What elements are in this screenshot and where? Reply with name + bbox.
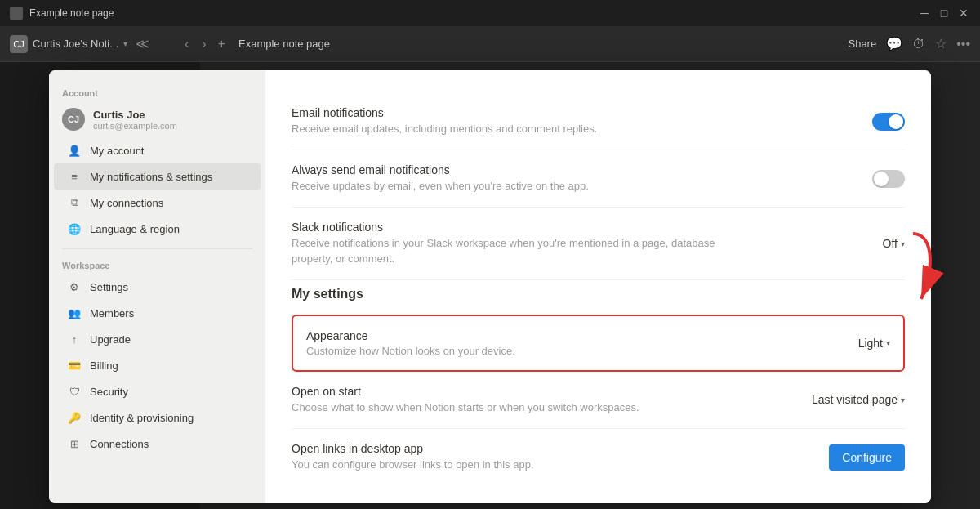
connections-icon: ⧉ xyxy=(67,195,82,210)
billing-icon: 💳 xyxy=(67,358,82,373)
email-notifications-desc: Receive email updates, including mention… xyxy=(292,122,749,136)
sidebar-item-label: Language & region xyxy=(90,223,180,235)
more-icon[interactable]: ••• xyxy=(956,37,970,51)
sidebar-divider xyxy=(62,248,252,249)
email-notifications-toggle[interactable] xyxy=(872,113,905,131)
workspace-chevron-icon: ▾ xyxy=(123,39,127,48)
language-icon: 🌐 xyxy=(67,221,82,236)
open-links-desc: You can configure browser links to open … xyxy=(292,458,749,472)
workspace-section-label: Workspace xyxy=(49,256,265,274)
sidebar-item-members[interactable]: 👥 Members xyxy=(54,300,261,326)
sidebar-item-label: My notifications & settings xyxy=(90,171,212,183)
settings-icon: ⚙ xyxy=(67,279,82,294)
sidebar-item-label: Upgrade xyxy=(90,333,131,346)
comment-icon[interactable]: 💬 xyxy=(886,36,902,51)
modal-content: Email notifications Receive email update… xyxy=(265,70,931,503)
configure-button[interactable]: Configure xyxy=(829,444,905,471)
slack-dropdown-value: Off xyxy=(883,237,898,250)
user-profile-item[interactable]: CJ Curtis Joe curtis@example.com xyxy=(49,101,265,137)
workspace-avatar: CJ xyxy=(10,35,28,53)
open-links-label: Open links in desktop app xyxy=(292,442,813,455)
sidebar-item-label: My connections xyxy=(90,197,163,209)
appbar: CJ Curtis Joe's Noti... ▾ ≪ ‹ › + Exampl… xyxy=(0,26,980,62)
my-account-icon: 👤 xyxy=(67,143,82,158)
open-links-row: Open links in desktop app You can config… xyxy=(292,429,905,485)
titlebar-title: Example note page xyxy=(29,7,911,19)
my-settings-title: My settings xyxy=(292,287,905,301)
sidebar-item-label: Settings xyxy=(90,281,128,293)
main-layout: Account CJ Curtis Joe curtis@example.com… xyxy=(0,62,980,509)
slack-dropdown-chevron-icon: ▾ xyxy=(901,239,905,248)
appearance-dropdown[interactable]: Light ▾ xyxy=(858,337,890,350)
user-email: curtis@example.com xyxy=(93,121,252,131)
appearance-value: Light xyxy=(858,337,883,350)
modal-overlay: Account CJ Curtis Joe curtis@example.com… xyxy=(0,62,980,509)
slack-notifications-row: Slack notifications Receive notification… xyxy=(292,208,905,279)
always-send-email-desc: Receive updates by email, even when you'… xyxy=(292,179,749,194)
appbar-actions: Share 💬 ⏱ ☆ ••• xyxy=(848,36,970,51)
notifications-icon: ≡ xyxy=(67,169,82,184)
app-icon xyxy=(10,7,23,20)
always-send-email-toggle[interactable] xyxy=(872,170,905,188)
open-on-start-value: Last visited page xyxy=(812,393,898,406)
minimize-button[interactable]: ─ xyxy=(918,7,931,20)
favorite-icon[interactable]: ☆ xyxy=(935,36,947,51)
back-button[interactable]: ‹ xyxy=(180,33,194,55)
slack-notifications-dropdown[interactable]: Off ▾ xyxy=(883,237,905,250)
close-button[interactable]: ✕ xyxy=(957,7,970,20)
identity-icon: 🔑 xyxy=(67,410,82,425)
sidebar-item-label: Security xyxy=(90,386,128,398)
sidebar-collapse-icon[interactable]: ≪ xyxy=(132,33,153,55)
email-notifications-label: Email notifications xyxy=(292,106,856,119)
open-on-start-label: Open on start xyxy=(292,385,795,398)
sidebar-item-upgrade[interactable]: ↑ Upgrade xyxy=(54,326,261,352)
timer-icon[interactable]: ⏱ xyxy=(912,37,925,51)
open-on-start-row: Open on start Choose what to show when N… xyxy=(292,372,905,429)
sidebar-item-notifications[interactable]: ≡ My notifications & settings xyxy=(54,163,261,190)
sidebar-item-label: Identity & provisioning xyxy=(90,412,194,424)
sidebar-item-workspace-connections[interactable]: ⊞ Connections xyxy=(54,431,261,457)
share-button[interactable]: Share xyxy=(848,38,876,50)
workspace-connections-icon: ⊞ xyxy=(67,436,82,451)
always-send-email-row: Always send email notifications Receive … xyxy=(292,150,905,208)
always-send-email-label: Always send email notifications xyxy=(292,163,856,176)
sidebar-item-my-account[interactable]: 👤 My account xyxy=(54,137,261,163)
sidebar-item-language[interactable]: 🌐 Language & region xyxy=(54,216,261,242)
sidebar-item-identity[interactable]: 🔑 Identity & provisioning xyxy=(54,404,261,431)
account-section-label: Account xyxy=(49,83,265,101)
titlebar: Example note page ─ □ ✕ xyxy=(0,0,980,26)
maximize-button[interactable]: □ xyxy=(938,7,951,20)
members-icon: 👥 xyxy=(67,306,82,320)
sidebar-item-settings[interactable]: ⚙ Settings xyxy=(54,274,261,300)
sidebar-item-label: Connections xyxy=(90,438,149,450)
titlebar-controls: ─ □ ✕ xyxy=(918,7,970,20)
open-on-start-desc: Choose what to show when Notion starts o… xyxy=(292,400,749,415)
sidebar-item-billing[interactable]: 💳 Billing xyxy=(54,352,261,378)
user-name: Curtis Joe xyxy=(93,109,252,121)
sidebar-item-label: My account xyxy=(90,145,144,157)
slack-notifications-label: Slack notifications xyxy=(292,221,866,234)
appearance-chevron-icon: ▾ xyxy=(886,338,890,347)
forward-button[interactable]: › xyxy=(197,33,211,55)
new-page-button[interactable]: + xyxy=(215,33,229,55)
sidebar-item-label: Billing xyxy=(90,359,118,372)
appearance-label: Appearance xyxy=(306,329,515,342)
modal-sidebar: Account CJ Curtis Joe curtis@example.com… xyxy=(49,70,265,503)
workspace-area: CJ Curtis Joe's Noti... ▾ ≪ xyxy=(10,33,173,55)
sidebar-item-connections[interactable]: ⧉ My connections xyxy=(54,190,261,216)
open-on-start-dropdown[interactable]: Last visited page ▾ xyxy=(812,393,905,406)
appearance-desc: Customize how Notion looks on your devic… xyxy=(306,345,515,357)
security-icon: 🛡 xyxy=(67,384,82,399)
slack-notifications-desc: Receive notifications in your Slack work… xyxy=(292,236,749,266)
my-settings-section: My settings Appearance Customize how Not… xyxy=(292,287,905,485)
settings-modal: Account CJ Curtis Joe curtis@example.com… xyxy=(49,70,931,503)
sidebar-item-security[interactable]: 🛡 Security xyxy=(54,378,261,404)
user-avatar: CJ xyxy=(62,108,85,131)
email-notifications-row: Email notifications Receive email update… xyxy=(292,93,905,150)
nav-controls: ‹ › + xyxy=(180,33,229,55)
workspace-name: Curtis Joe's Noti... xyxy=(33,38,118,50)
appearance-row: Appearance Customize how Notion looks on… xyxy=(292,315,905,372)
sidebar-item-label: Members xyxy=(90,307,134,319)
open-on-start-chevron-icon: ▾ xyxy=(901,395,905,404)
upgrade-icon: ↑ xyxy=(67,332,82,346)
